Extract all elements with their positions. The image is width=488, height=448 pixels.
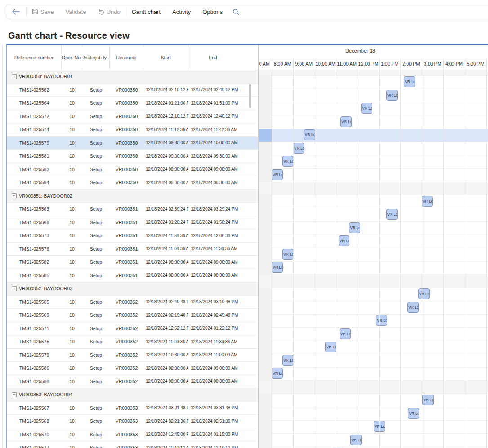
- collapse-minus-icon[interactable]: −: [12, 193, 17, 198]
- gantt-task-bar[interactable]: VR Lo: [272, 368, 283, 379]
- cell-route-job-type: Setup: [82, 312, 110, 318]
- table-row[interactable]: TMS1-02557510SetupVR00035212/18/2024 11:…: [7, 335, 259, 349]
- column-header-oper-no-[interactable]: Oper. No.: [62, 45, 82, 70]
- cell-start: 12/18/2024 02:10:12 PM: [143, 87, 188, 92]
- table-row[interactable]: TMS1-02556710SetupVR00035312/18/2024 03:…: [7, 402, 259, 415]
- gantt-task-bar[interactable]: VR Lo: [272, 169, 283, 180]
- cell-end: 12/18/2024 11:42:36 AM: [188, 127, 259, 132]
- table-row[interactable]: TMS1-02557110SetupVR00035212/18/2024 12:…: [7, 322, 259, 336]
- menu-activity[interactable]: Activity: [172, 9, 191, 15]
- table-row[interactable]: TMS1-02557810SetupVR00035212/18/2024 10:…: [7, 349, 259, 362]
- grid-body: −VR000350: BAYDOOR01TMS1-02556210SetupVR…: [7, 70, 259, 448]
- gantt-task-bar[interactable]: VR Lo: [408, 408, 419, 419]
- table-row[interactable]: TMS1-02556210SetupVR00035012/18/2024 02:…: [7, 84, 259, 97]
- chart-selected-left-block: [259, 129, 272, 142]
- cell-oper-no: 10: [62, 153, 82, 159]
- cell-route-job-type: Setup: [82, 127, 110, 132]
- group-header-row[interactable]: −VR000350: BAYDOOR01: [7, 70, 259, 84]
- gantt-task-bar[interactable]: VR Lo: [422, 196, 433, 207]
- gantt-bar-label: VR Lo: [326, 345, 336, 349]
- gantt-task-bar[interactable]: VR Lo: [418, 288, 430, 299]
- table-row[interactable]: TMS1-02556510SetupVR00035212/18/2024 02:…: [7, 296, 259, 309]
- gantt-task-bar[interactable]: VR Lo: [282, 249, 294, 260]
- gantt-task-bar[interactable]: VR Lo: [422, 395, 434, 405]
- table-row[interactable]: TMS1-02558610SetupVR00035212/18/2024 08:…: [7, 362, 259, 375]
- cell-reference-number: TMS1-025563: [7, 206, 62, 212]
- table-row[interactable]: TMS1-02557610SetupVR00035112/18/2024 11:…: [7, 243, 259, 256]
- back-button[interactable]: [12, 9, 20, 15]
- table-row[interactable]: TMS1-02558510SetupVR00035112/18/2024 08:…: [7, 269, 259, 283]
- gantt-task-bar[interactable]: VR Lo: [386, 209, 398, 220]
- table-row[interactable]: TMS1-02558310SetupVR00035012/18/2024 08:…: [7, 163, 259, 177]
- cell-reference-number: TMS1-025566: [7, 220, 62, 225]
- gantt-task-bar[interactable]: VR Lo: [407, 302, 419, 313]
- cell-end: 12/18/2024 08:30:00 AM: [188, 273, 259, 278]
- cell-oper-no: 10: [62, 418, 82, 424]
- cell-end: 12/18/2024 03:29:24 PM: [188, 207, 259, 212]
- column-header-reference-number[interactable]: Reference number: [7, 45, 62, 70]
- table-row[interactable]: TMS1-02557210SetupVR00035012/18/2024 12:…: [7, 110, 259, 124]
- gantt-task-bar[interactable]: VR Lo: [304, 129, 315, 140]
- table-row[interactable]: TMS1-02556310SetupVR00035112/18/2024 02:…: [7, 203, 259, 216]
- gantt-task-bar[interactable]: VR Lo: [361, 103, 372, 114]
- grid-vertical-scrollbar[interactable]: [249, 84, 251, 108]
- gantt-task-bar[interactable]: VR Lo: [350, 435, 362, 445]
- table-row[interactable]: TMS1-02557310SetupVR00035112/18/2024 11:…: [7, 229, 259, 243]
- column-header-end[interactable]: End: [188, 45, 259, 70]
- table-row[interactable]: TMS1-02556810SetupVR00035312/18/2024 02:…: [7, 415, 259, 428]
- menu-options[interactable]: Options: [202, 9, 223, 15]
- menu-gantt-chart[interactable]: Gantt chart: [132, 9, 161, 15]
- cell-route-job-type: Setup: [82, 445, 110, 448]
- gantt-task-bar[interactable]: VR Lo: [282, 156, 294, 167]
- time-tick-label: 12:00 PM: [358, 61, 378, 67]
- cell-resource: VR000352: [110, 352, 143, 358]
- table-row[interactable]: TMS1-02558810SetupVR00035212/18/2024 08:…: [7, 375, 259, 389]
- table-row[interactable]: TMS1-02558410SetupVR00035012/18/2024 08:…: [7, 176, 259, 190]
- table-row[interactable]: TMS1-02557710SetupVR00035312/18/2024 11:…: [7, 441, 259, 448]
- validate-button[interactable]: Validate: [66, 9, 86, 15]
- cell-route-job-type: Setup: [82, 140, 110, 146]
- gantt-task-bar[interactable]: VR Lo: [325, 342, 336, 352]
- gantt-task-bar[interactable]: VR Lo: [349, 222, 360, 233]
- vertical-gridline: [293, 58, 294, 448]
- gantt-task-bar[interactable]: VR Lo: [386, 90, 398, 101]
- table-row[interactable]: TMS1-02558110SetupVR00035012/18/2024 09:…: [7, 150, 259, 163]
- search-button[interactable]: [233, 9, 239, 15]
- group-header-row[interactable]: −VR000351: BAYDOOR02: [7, 190, 259, 203]
- column-header-resource[interactable]: Resource: [110, 45, 143, 70]
- table-row[interactable]: TMS1-02556910SetupVR00035212/18/2024 02:…: [7, 309, 259, 322]
- gantt-task-bar[interactable]: VR Lo: [340, 328, 351, 339]
- gantt-bar-label: VR Lo: [362, 106, 372, 111]
- table-row[interactable]: TMS1-02556610SetupVR00035112/18/2024 01:…: [7, 216, 259, 230]
- gantt-task-bar[interactable]: VR Lo: [404, 76, 415, 87]
- collapse-minus-icon[interactable]: −: [12, 74, 17, 79]
- group-header-row[interactable]: −VR000352: BAYDOOR03: [7, 282, 259, 296]
- collapse-minus-icon[interactable]: −: [12, 286, 17, 291]
- undo-button[interactable]: Undo: [98, 9, 121, 15]
- gantt-task-bar[interactable]: VR Lo: [339, 235, 350, 246]
- table-row[interactable]: TMS1-02557910SetupVR00035012/18/2024 09:…: [7, 137, 259, 150]
- gantt-task-bar[interactable]: VR Lo: [272, 262, 283, 273]
- column-header-start[interactable]: Start: [143, 45, 188, 70]
- save-button[interactable]: Save: [32, 9, 54, 15]
- gantt-task-bar[interactable]: VR Lo: [376, 315, 387, 326]
- time-tick-label: 2:00 PM: [403, 61, 420, 67]
- gantt-task-bar[interactable]: VR Lo: [293, 143, 304, 154]
- gantt-task-bar[interactable]: VR Lo: [282, 355, 294, 366]
- cell-reference-number: TMS1-025582: [7, 259, 62, 265]
- cell-reference-number: TMS1-025574: [7, 127, 62, 132]
- table-row[interactable]: TMS1-02556410SetupVR00035012/18/2024 01:…: [7, 97, 259, 110]
- gantt-bar-label: VR Lo: [283, 159, 294, 164]
- table-row[interactable]: TMS1-02558210SetupVR00035112/18/2024 08:…: [7, 256, 259, 269]
- gantt-bar-label: VR Lo: [387, 212, 398, 217]
- cell-start: 12/18/2024 12:45:00 PM: [143, 432, 188, 437]
- gantt-bar-label: VR Lo: [341, 120, 352, 124]
- cell-end: 12/18/2024 02:40:12 PM: [188, 87, 259, 92]
- table-row[interactable]: TMS1-02557410SetupVR00035012/18/2024 11:…: [7, 123, 259, 137]
- column-header-route-job-ty-[interactable]: Route/job ty...: [82, 45, 110, 70]
- cell-resource: VR000353: [110, 405, 143, 411]
- table-row[interactable]: TMS1-02557010SetupVR00035312/18/2024 12:…: [7, 428, 259, 442]
- gantt-task-bar[interactable]: VR Lo: [340, 116, 352, 127]
- collapse-minus-icon[interactable]: −: [12, 392, 17, 397]
- group-header-row[interactable]: −VR000353: BAYDOOR04: [7, 388, 259, 402]
